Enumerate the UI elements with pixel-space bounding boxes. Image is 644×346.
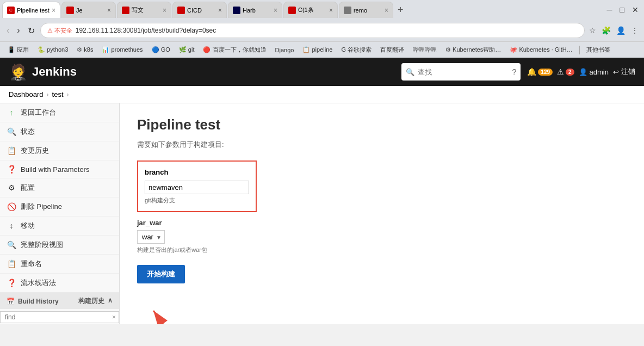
search-help-button[interactable]: ? bbox=[512, 67, 517, 76]
settings-icon[interactable]: ⋮ bbox=[630, 25, 640, 36]
main-layout: ↑ 返回工作台 🔍 状态 📋 变更历史 ❓ Build with Paramet… bbox=[0, 103, 644, 324]
breadcrumb-test[interactable]: test bbox=[52, 90, 64, 98]
sidebar-config-label: 配置 bbox=[21, 183, 113, 193]
bm-k8s[interactable]: ⚙ k8s bbox=[73, 45, 96, 54]
build-history-icon: 📅 bbox=[7, 298, 15, 305]
pipeline-syntax-icon: ❓ bbox=[7, 279, 16, 287]
tab-write-close[interactable]: × bbox=[163, 7, 166, 14]
bm-pipeline[interactable]: 📋 pipeline bbox=[299, 45, 336, 54]
tab-je-label: Je bbox=[76, 7, 105, 14]
error-button[interactable]: ⚠ 2 bbox=[557, 67, 574, 76]
bm-baidu[interactable]: 🔴 百度一下，你就知道 bbox=[200, 45, 269, 55]
bm-k8s-help[interactable]: ⚙ Kubernetes帮助… bbox=[442, 45, 504, 55]
forward-button[interactable]: › bbox=[15, 24, 22, 36]
sidebar-item-build-params[interactable]: ❓ Build with Parameters bbox=[0, 160, 119, 178]
tab-write[interactable]: 写文 × bbox=[117, 2, 171, 18]
bm-go[interactable]: 🔵 GO bbox=[148, 45, 174, 54]
jenkins-search[interactable]: 🔍 ? bbox=[401, 63, 521, 81]
jar-war-select[interactable]: war jar bbox=[137, 230, 165, 244]
find-wrapper: × bbox=[0, 309, 119, 324]
bm-prometheus[interactable]: 📊 promethues bbox=[98, 45, 146, 54]
new-tab-button[interactable]: + bbox=[394, 4, 407, 16]
tab-je[interactable]: Je × bbox=[61, 2, 116, 18]
logout-button[interactable]: ↩ 注销 bbox=[613, 67, 635, 77]
bm-bilibili[interactable]: 哔哩哔哩 bbox=[410, 45, 440, 55]
bm-python3[interactable]: 🐍 python3 bbox=[34, 45, 71, 54]
bm-baidu-label: 🔴 百度一下，你就知道 bbox=[203, 46, 266, 54]
bm-other[interactable]: 其他书签 bbox=[583, 45, 614, 55]
find-clear-icon[interactable]: × bbox=[112, 313, 116, 321]
bm-google[interactable]: G 谷歌搜索 bbox=[338, 45, 375, 55]
main-content: Pipeline test 需要如下参数用于构建项目: branch git构建… bbox=[120, 103, 644, 324]
bm-apps-label: 📱 应用 bbox=[8, 46, 29, 54]
tab-c1-close[interactable]: × bbox=[329, 7, 333, 14]
address-input-box[interactable]: ⚠ 不安全 192.168.11.128:30081/job/test/buil… bbox=[40, 23, 585, 38]
back-icon: ↑ bbox=[7, 108, 16, 117]
sidebar-item-back[interactable]: ↑ 返回工作台 bbox=[0, 103, 119, 122]
page-content: 🤵 Jenkins 🔍 ? 🔔 129 ⚠ 2 👤 admi bbox=[0, 58, 644, 324]
error-badge: 2 bbox=[566, 69, 574, 76]
tab-build[interactable]: C Pipeline test × bbox=[2, 2, 60, 18]
find-input[interactable] bbox=[0, 311, 119, 323]
sidebar-item-status[interactable]: 🔍 状态 bbox=[0, 122, 119, 141]
tab-bar: C Pipeline test × Je × 写文 × CICD × Harb … bbox=[0, 0, 644, 20]
arrow-container bbox=[137, 300, 627, 324]
bm-prometheus-label: 📊 promethues bbox=[102, 46, 143, 53]
config-icon: ⚙ bbox=[7, 183, 16, 192]
extension-icon[interactable]: 🧩 bbox=[600, 25, 612, 36]
breadcrumb: Dashboard › test › bbox=[0, 86, 644, 103]
sidebar-item-move[interactable]: ↕ 移动 bbox=[0, 217, 119, 236]
sidebar-item-config[interactable]: ⚙ 配置 bbox=[0, 178, 119, 197]
stage-view-icon: 🔍 bbox=[7, 240, 16, 249]
tab-cicd[interactable]: CICD × bbox=[172, 2, 227, 18]
user-icon: 👤 bbox=[579, 68, 587, 76]
bookmark-icon[interactable]: ☆ bbox=[588, 25, 597, 36]
sidebar-build-params-label: Build with Parameters bbox=[21, 165, 113, 174]
branch-hint: git构建分支 bbox=[145, 196, 249, 205]
tab-c1[interactable]: C(1条 × bbox=[283, 2, 338, 18]
bm-k8s-label: ⚙ k8s bbox=[77, 46, 93, 53]
bm-django[interactable]: Django bbox=[272, 46, 298, 54]
tab-harb[interactable]: Harb × bbox=[228, 2, 282, 18]
build-history-section: 📅 Build History 构建历史 ∧ × bbox=[0, 293, 119, 324]
back-button[interactable]: ‹ bbox=[4, 24, 11, 36]
build-history-chevron[interactable]: ∧ bbox=[108, 296, 113, 306]
move-icon: ↕ bbox=[7, 221, 16, 230]
bm-k8s-github-label: 🐙 Kubernetes · GitH… bbox=[510, 46, 573, 53]
sidebar-item-delete[interactable]: 🚫 删除 Pipeline bbox=[0, 197, 119, 217]
build-history-label: Build History bbox=[18, 298, 59, 305]
sidebar-item-stage-view[interactable]: 🔍 完整阶段视图 bbox=[0, 236, 119, 255]
bm-k8s-github[interactable]: 🐙 Kubernetes · GitH… bbox=[506, 45, 576, 54]
search-input[interactable] bbox=[418, 68, 509, 76]
branch-label: branch bbox=[145, 168, 249, 176]
tab-harb-close[interactable]: × bbox=[274, 7, 277, 14]
rename-icon: 📋 bbox=[7, 260, 16, 268]
close-window-button[interactable]: ✕ bbox=[629, 5, 642, 14]
refresh-button[interactable]: ↻ bbox=[26, 24, 37, 37]
branch-input[interactable] bbox=[145, 181, 249, 194]
sidebar-rename-label: 重命名 bbox=[21, 259, 113, 269]
breadcrumb-dashboard[interactable]: Dashboard bbox=[9, 90, 44, 98]
tab-c1-label: C(1条 bbox=[298, 6, 327, 14]
profile-icon[interactable]: 👤 bbox=[615, 25, 627, 36]
sidebar-item-change-history[interactable]: 📋 变更历史 bbox=[0, 141, 119, 160]
bm-translate[interactable]: 百度翻译 bbox=[377, 45, 407, 55]
tab-je-close[interactable]: × bbox=[107, 7, 111, 14]
notifications-button[interactable]: 🔔 129 bbox=[527, 67, 553, 76]
tab-remo[interactable]: remo × bbox=[339, 2, 393, 18]
tab-cicd-close[interactable]: × bbox=[218, 7, 222, 14]
build-history-actions: 构建历史 ∧ bbox=[78, 296, 113, 306]
tab-close-icon[interactable]: × bbox=[52, 7, 55, 14]
tab-remo-close[interactable]: × bbox=[385, 7, 388, 14]
user-menu-button[interactable]: 👤 admin bbox=[579, 68, 609, 76]
sidebar-move-label: 移动 bbox=[21, 221, 113, 231]
bm-apps[interactable]: 📱 应用 bbox=[4, 45, 32, 55]
maximize-button[interactable]: □ bbox=[617, 5, 628, 14]
build-button[interactable]: 开始构建 bbox=[137, 265, 185, 283]
bm-git[interactable]: 🌿 git bbox=[176, 45, 198, 54]
header-actions: 🔔 129 ⚠ 2 👤 admin ↩ 注销 bbox=[527, 67, 635, 77]
minimize-button[interactable]: ─ bbox=[604, 5, 616, 14]
bm-translate-label: 百度翻译 bbox=[380, 46, 404, 54]
sidebar-item-rename[interactable]: 📋 重命名 bbox=[0, 255, 119, 274]
sidebar-item-pipeline-syntax[interactable]: ❓ 流水线语法 bbox=[0, 274, 119, 293]
